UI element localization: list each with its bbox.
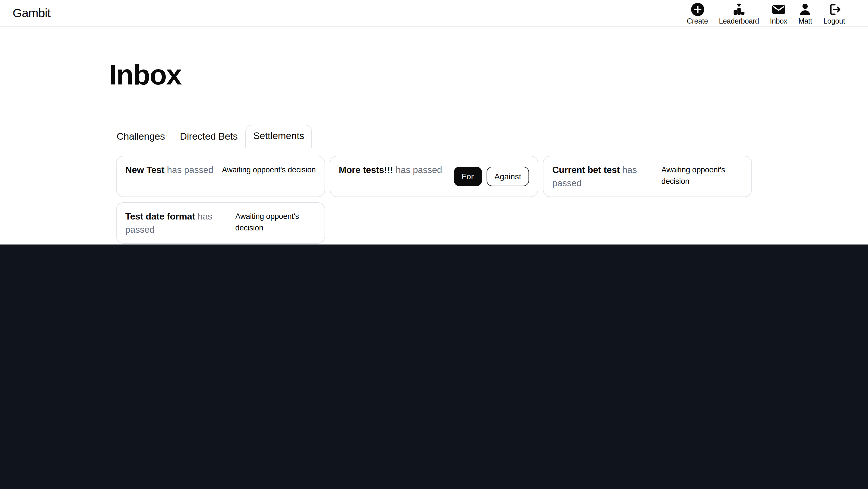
nav-item-create[interactable]: Create bbox=[687, 1, 708, 25]
nav-item-label: Inbox bbox=[770, 17, 787, 25]
nav-item-label: Matt bbox=[799, 17, 812, 25]
settlement-card[interactable]: New Test has passed Awaiting oppoent's d… bbox=[116, 156, 325, 197]
heading-divider bbox=[109, 117, 773, 117]
nav-item-label: Leaderboard bbox=[719, 17, 759, 25]
tab-settlements[interactable]: Settlements bbox=[245, 125, 312, 148]
app-root: Gambit Create bbox=[0, 0, 868, 245]
tab-challenges[interactable]: Challenges bbox=[109, 128, 172, 148]
nav-item-inbox[interactable]: Inbox bbox=[770, 1, 787, 25]
page-title: Inbox bbox=[109, 59, 773, 90]
for-button[interactable]: For bbox=[454, 166, 482, 186]
logout-icon bbox=[827, 2, 841, 17]
settlement-title: New Test has passed bbox=[125, 163, 214, 176]
settlement-status: Awaiting oppoent's decision bbox=[235, 210, 316, 234]
nav-item-leaderboard[interactable]: Leaderboard bbox=[719, 1, 759, 25]
nav-item-logout[interactable]: Logout bbox=[824, 1, 845, 25]
settlement-actions: For Against bbox=[454, 166, 529, 186]
settlement-title: Current bet test has passed bbox=[552, 163, 653, 190]
against-button[interactable]: Against bbox=[486, 166, 529, 186]
nav-item-label: Logout bbox=[824, 17, 845, 25]
settlement-title: Test date format has passed bbox=[125, 210, 227, 236]
settlement-title: More tests!!! has passed bbox=[339, 163, 445, 176]
navbar-menu: Create Leaderboard bbox=[687, 1, 845, 25]
settlement-list: New Test has passed Awaiting oppoent's d… bbox=[116, 156, 752, 244]
leaderboard-icon bbox=[732, 2, 746, 17]
main-content: Inbox Challenges Directed Bets Settlemen… bbox=[109, 59, 773, 244]
settlement-status: Awaiting oppoent's decision bbox=[222, 163, 316, 176]
nav-item-profile[interactable]: Matt bbox=[798, 1, 812, 25]
settlement-status: Awaiting oppoent's decision bbox=[661, 163, 743, 187]
tab-directed-bets[interactable]: Directed Bets bbox=[172, 128, 245, 148]
envelope-icon bbox=[772, 2, 786, 17]
navbar: Gambit Create bbox=[0, 0, 868, 27]
inbox-tabs: Challenges Directed Bets Settlements bbox=[109, 125, 773, 148]
brand-logo[interactable]: Gambit bbox=[13, 6, 51, 20]
user-icon bbox=[798, 2, 812, 17]
settlement-card[interactable]: Current bet test has passed Awaiting opp… bbox=[543, 156, 752, 197]
nav-item-label: Create bbox=[687, 17, 708, 25]
settlement-card[interactable]: More tests!!! has passed For Against bbox=[330, 156, 538, 197]
settlement-card[interactable]: Test date format has passed Awaiting opp… bbox=[116, 202, 325, 244]
plus-circle-icon bbox=[690, 2, 705, 17]
